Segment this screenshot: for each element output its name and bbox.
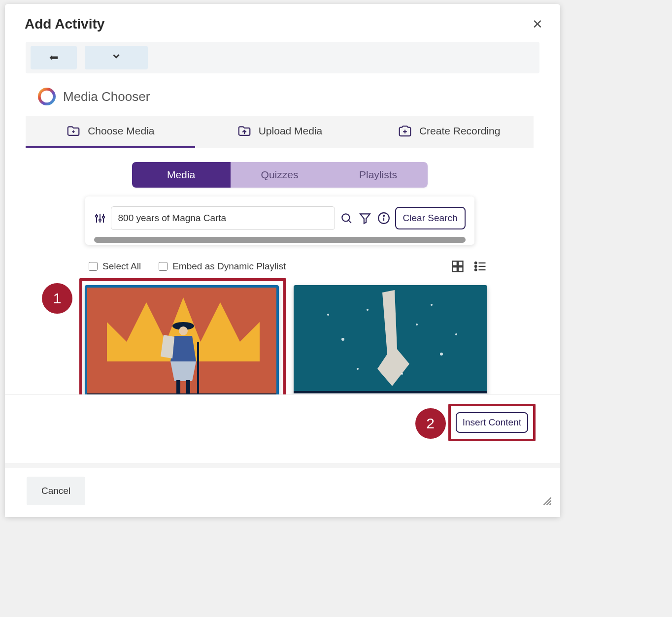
svg-point-38 <box>416 324 418 325</box>
annotation-highlight-2: 2 Insert Content <box>448 404 536 441</box>
folder-plus-icon <box>66 124 81 138</box>
info-icon[interactable] <box>377 212 390 225</box>
select-all-checkbox[interactable]: Select All <box>89 261 141 272</box>
svg-point-39 <box>440 353 443 356</box>
horizontal-scrollbar[interactable] <box>94 237 466 243</box>
svg-point-36 <box>341 338 344 341</box>
search-input[interactable] <box>111 206 335 230</box>
footer-separator <box>5 463 560 468</box>
tab-label: Choose Media <box>88 125 154 137</box>
svg-point-11 <box>102 216 104 218</box>
media-thumbnail-2 <box>294 285 487 393</box>
insert-content-button[interactable]: Insert Content <box>456 412 528 433</box>
svg-point-17 <box>383 215 384 216</box>
svg-rect-19 <box>458 261 463 266</box>
annotation-badge-1: 1 <box>42 283 72 314</box>
tab-create-recording[interactable]: Create Recording <box>364 116 534 148</box>
subtab-row: Media Quizzes Playlists <box>26 148 534 196</box>
svg-rect-31 <box>176 380 180 394</box>
svg-rect-20 <box>453 267 457 271</box>
svg-point-42 <box>431 304 433 306</box>
svg-rect-18 <box>453 261 457 266</box>
svg-point-22 <box>475 262 477 264</box>
subtab-group: Media Quizzes Playlists <box>132 162 428 188</box>
pill-playlists[interactable]: Playlists <box>329 162 428 188</box>
modal-header: Add Activity ✕ <box>5 4 560 37</box>
resize-handle-icon[interactable] <box>541 495 551 508</box>
figure-illustration-icon <box>154 317 213 396</box>
back-button[interactable]: ⬅ <box>31 46 77 69</box>
content-frame: Media Chooser Choose Media Upload Media … <box>26 73 539 517</box>
grid-view-icon[interactable] <box>451 260 465 273</box>
tab-upload-media[interactable]: Upload Media <box>195 116 365 148</box>
svg-line-46 <box>549 503 551 505</box>
svg-rect-32 <box>186 380 190 394</box>
modal-footer: Cancel <box>5 463 560 517</box>
svg-point-37 <box>367 309 369 311</box>
camera-plus-icon <box>398 124 412 138</box>
close-button[interactable]: ✕ <box>532 17 543 32</box>
chevron-down-icon <box>111 51 122 65</box>
svg-point-9 <box>99 219 101 221</box>
svg-point-41 <box>357 368 359 370</box>
cancel-button[interactable]: Cancel <box>27 477 85 505</box>
svg-point-30 <box>179 326 188 335</box>
sparkles-icon <box>294 285 487 393</box>
brand-row: Media Chooser <box>26 73 534 116</box>
navigation-toolbar: ⬅ <box>26 42 539 73</box>
embed-playlist-checkbox[interactable]: Embed as Dynamic Playlist <box>159 261 286 272</box>
svg-point-40 <box>401 373 403 375</box>
brand-title: Media Chooser <box>63 89 150 104</box>
svg-point-7 <box>96 215 98 217</box>
svg-point-0 <box>39 89 54 104</box>
main-tabbar: Choose Media Upload Media Create Recordi… <box>26 116 534 148</box>
pill-quizzes[interactable]: Quizzes <box>231 162 329 188</box>
svg-rect-33 <box>197 342 199 394</box>
media-thumbnail-1 <box>87 288 276 396</box>
svg-line-13 <box>348 220 351 223</box>
clear-search-button[interactable]: Clear Search <box>395 207 466 229</box>
tab-choose-media[interactable]: Choose Media <box>26 116 195 148</box>
arrow-left-icon: ⬅ <box>49 51 58 64</box>
insert-bar: 2 Insert Content <box>5 394 560 441</box>
search-panel: Clear Search <box>85 196 474 245</box>
sliders-icon[interactable] <box>94 212 106 224</box>
tab-label: Upload Media <box>259 125 323 137</box>
svg-point-43 <box>455 333 457 335</box>
pill-media[interactable]: Media <box>132 162 231 188</box>
folder-upload-icon <box>237 124 252 138</box>
search-icon-group <box>340 212 390 225</box>
svg-point-26 <box>475 269 477 271</box>
scroll-area[interactable]: Media Chooser Choose Media Upload Media … <box>26 73 539 517</box>
svg-point-35 <box>327 314 329 316</box>
search-icon[interactable] <box>340 212 353 225</box>
svg-point-12 <box>342 214 349 221</box>
annotation-badge-2: 2 <box>415 408 446 439</box>
list-view-icon[interactable] <box>473 260 487 273</box>
svg-point-24 <box>475 265 477 267</box>
dropdown-button[interactable] <box>85 46 148 69</box>
options-row: Select All Embed as Dynamic Playlist <box>26 245 534 280</box>
select-all-input[interactable] <box>89 262 98 271</box>
media-chooser-logo-icon <box>37 87 56 106</box>
embed-playlist-label: Embed as Dynamic Playlist <box>172 261 286 272</box>
svg-rect-21 <box>458 267 463 271</box>
modal-title: Add Activity <box>25 16 104 32</box>
tab-label: Create Recording <box>419 125 501 137</box>
add-activity-modal: Add Activity ✕ ⬅ <box>5 4 560 517</box>
select-all-label: Select All <box>102 261 141 272</box>
filter-icon[interactable] <box>359 212 371 225</box>
svg-marker-14 <box>360 214 370 224</box>
embed-playlist-input[interactable] <box>159 262 168 271</box>
